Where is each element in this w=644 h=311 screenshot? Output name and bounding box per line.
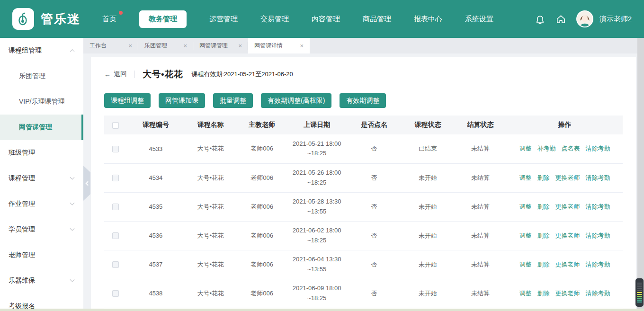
vertical-scrollbar[interactable] — [637, 38, 644, 311]
row-checkbox[interactable] — [112, 232, 119, 239]
sidebar-item-class-management[interactable]: 班级管理 — [0, 140, 83, 166]
rollcall-sheet-link[interactable]: 点名表 — [561, 145, 580, 152]
overlay-widget-icon[interactable] — [635, 278, 644, 307]
user-avatar[interactable] — [576, 10, 593, 27]
sidebar-item-teacher-management[interactable]: 老师管理 — [0, 242, 83, 268]
sidebar-item-course-management[interactable]: 课程管理 — [0, 166, 83, 191]
change-teacher-link[interactable]: 更换老师 — [555, 232, 580, 239]
delete-link[interactable]: 删除 — [537, 203, 549, 210]
change-teacher-link[interactable]: 更换老师 — [555, 203, 580, 210]
chevron-down-icon — [70, 277, 75, 282]
action-buttons-row: 课程组调整 网管课加课 批量调整 有效期调整(高权限) 有效期调整 — [104, 93, 623, 108]
sidebar-item-orchestra-management[interactable]: 乐团管理 — [0, 63, 83, 89]
cell-date: 2021-06-04 13:30~13:55 — [292, 255, 341, 274]
cell-course-name: 大号•花花 — [184, 221, 237, 250]
adjust-link[interactable]: 调整 — [519, 232, 531, 239]
clear-attendance-link[interactable]: 清除考勤 — [585, 290, 610, 297]
clear-attendance-link[interactable]: 清除考勤 — [585, 145, 610, 152]
adjust-link[interactable]: 调整 — [519, 261, 531, 268]
change-teacher-link[interactable]: 更换老师 — [555, 261, 580, 268]
cell-rollcall: 否 — [347, 279, 402, 308]
cell-date: 2021-05-21 18:00~18:25 — [292, 139, 341, 158]
cell-teacher: 老师006 — [237, 192, 287, 221]
adjust-link[interactable]: 调整 — [519, 174, 531, 181]
cell-course-name: 大号•花花 — [184, 192, 237, 221]
cell-date: 2021-06-09 18:00~18:25 — [292, 284, 341, 302]
adjust-link[interactable]: 调整 — [519, 290, 531, 297]
nav-item-trade-management[interactable]: 交易管理 — [260, 15, 289, 24]
user-name[interactable]: 演示老师2 — [599, 15, 632, 24]
cell-settlement: 未结算 — [454, 134, 507, 163]
change-teacher-link[interactable]: 更换老师 — [555, 174, 580, 181]
row-checkbox[interactable] — [112, 175, 119, 181]
cell-rollcall: 否 — [347, 250, 402, 279]
delete-link[interactable]: 删除 — [537, 174, 549, 181]
back-button[interactable]: ← 返回 — [104, 70, 127, 79]
sidebar-item-student-management[interactable]: 学员管理 — [0, 217, 83, 242]
top-navbar: 管乐迷 首页 教务管理 运营管理 交易管理 内容管理 商品管理 报表中心 系统设… — [0, 0, 644, 38]
nav-item-home[interactable]: 首页 — [102, 15, 116, 24]
adjust-link[interactable]: 调整 — [519, 145, 531, 152]
select-all-checkbox[interactable] — [112, 122, 119, 129]
nav-item-goods-management[interactable]: 商品管理 — [363, 15, 391, 24]
sidebar-item-homework-management[interactable]: 作业管理 — [0, 191, 83, 217]
open-tabs-bar: 工作台 × 乐团管理 × 网管课管理 × 网管课详情 × — [83, 38, 644, 53]
delete-link[interactable]: 删除 — [537, 261, 549, 268]
home-icon[interactable] — [555, 14, 566, 25]
close-icon[interactable]: × — [183, 43, 187, 49]
clear-attendance-link[interactable]: 清除考勤 — [585, 174, 610, 181]
clear-attendance-link[interactable]: 清除考勤 — [585, 261, 610, 268]
course-group-adjust-button[interactable]: 课程组调整 — [104, 93, 151, 108]
nav-item-operation-management[interactable]: 运营管理 — [209, 15, 238, 24]
col-rollcall: 是否点名 — [347, 116, 402, 134]
tab-online-class-management[interactable]: 网管课管理 × — [193, 38, 248, 53]
change-teacher-link[interactable]: 更换老师 — [555, 290, 580, 297]
row-checkbox[interactable] — [112, 290, 119, 297]
nav-item-system-settings[interactable]: 系统设置 — [465, 15, 493, 24]
nav-item-report-center[interactable]: 报表中心 — [414, 15, 442, 24]
row-checkbox[interactable] — [112, 204, 119, 210]
cell-settlement: 未结算 — [454, 192, 507, 221]
cell-rollcall: 否 — [347, 221, 402, 250]
validity-adjust-button[interactable]: 有效期调整 — [340, 93, 386, 108]
cell-teacher: 老师006 — [237, 279, 287, 308]
delete-link[interactable]: 删除 — [537, 290, 549, 297]
tab-workbench[interactable]: 工作台 × — [83, 38, 138, 53]
adjust-link[interactable]: 调整 — [519, 203, 531, 210]
main-menu: 首页 教务管理 运营管理 交易管理 内容管理 商品管理 报表中心 系统设置 — [102, 10, 493, 28]
row-checkbox[interactable] — [112, 261, 119, 268]
clear-attendance-link[interactable]: 清除考勤 — [585, 232, 610, 239]
sidebar-item-course-group-management[interactable]: 课程组管理 — [0, 38, 83, 63]
sidebar-item-vip-theory-class-management[interactable]: VIP/乐理课管理 — [0, 89, 83, 115]
batch-adjust-button[interactable]: 批量调整 — [213, 93, 253, 108]
divider — [134, 71, 135, 78]
table-row: 4536 大号•花花 老师006 2021-06-02 18:00~18:25 … — [104, 221, 623, 250]
sidebar-item-online-class-management[interactable]: 网管课管理 — [0, 115, 83, 140]
tab-online-class-detail[interactable]: 网管课详情 × — [248, 38, 310, 53]
cell-settlement: 未结算 — [454, 221, 507, 250]
cell-course-code: 4535 — [127, 192, 184, 221]
cell-date: 2021-06-02 18:00~18:25 — [292, 226, 341, 245]
bottom-edge-strip — [0, 309, 644, 311]
chevron-down-icon — [70, 226, 75, 231]
cell-settlement: 未结算 — [454, 279, 507, 308]
tab-orchestra-management[interactable]: 乐团管理 × — [138, 38, 193, 53]
sidebar-item-instrument-maintenance[interactable]: 乐器维保 — [0, 268, 83, 293]
nav-item-content-management[interactable]: 内容管理 — [312, 15, 340, 24]
cell-date: 2021-05-26 18:00~18:25 — [292, 168, 341, 187]
nav-item-academic-management[interactable]: 教务管理 — [139, 10, 187, 28]
delete-link[interactable]: 删除 — [537, 232, 549, 239]
close-icon[interactable]: × — [300, 43, 304, 49]
makeup-attendance-link[interactable]: 补考勤 — [537, 145, 555, 152]
bell-icon[interactable] — [535, 14, 546, 25]
cell-course-name: 大号•花花 — [184, 250, 237, 279]
cell-course-code: 4533 — [127, 134, 184, 163]
validity-adjust-admin-button[interactable]: 有效期调整(高权限) — [261, 93, 331, 108]
row-checkbox[interactable] — [112, 146, 119, 152]
close-icon[interactable]: × — [238, 43, 242, 49]
main-area: 工作台 × 乐团管理 × 网管课管理 × 网管课详情 × ← 返回 — [83, 38, 644, 311]
add-online-class-button[interactable]: 网管课加课 — [159, 93, 205, 108]
close-icon[interactable]: × — [128, 43, 132, 49]
clear-attendance-link[interactable]: 清除考勤 — [585, 203, 610, 210]
table-row: 4537 大号•花花 老师006 2021-06-04 13:30~13:55 … — [104, 250, 623, 279]
